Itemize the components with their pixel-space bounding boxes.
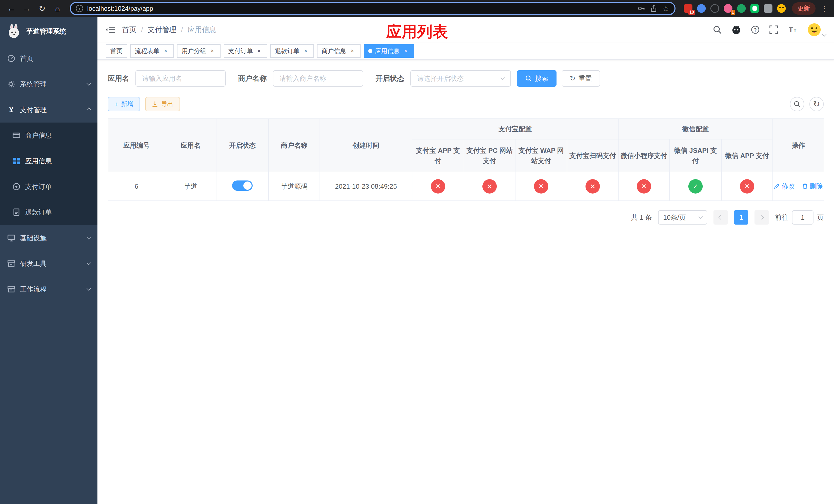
- sidebar-item-refund-order[interactable]: 退款订单: [0, 200, 97, 225]
- app-name-input[interactable]: [135, 70, 226, 87]
- tab-close-icon[interactable]: ×: [302, 48, 309, 54]
- sidebar-item-app-info[interactable]: 应用信息: [0, 148, 97, 174]
- column-header: 微信小程序支付: [618, 139, 670, 172]
- url-text[interactable]: localhost:1024/pay/app: [87, 5, 633, 12]
- tab-pay-order[interactable]: 支付订单×: [224, 44, 267, 58]
- tab-close-icon[interactable]: ×: [402, 48, 409, 54]
- tab-close-icon[interactable]: ×: [209, 48, 216, 54]
- font-size-icon[interactable]: TT: [788, 26, 797, 34]
- channel-status-icon: ✕: [534, 179, 548, 193]
- column-header: 支付宝 PC 网站支付: [464, 139, 515, 172]
- site-info-icon[interactable]: i: [76, 5, 83, 12]
- bookmark-star-icon[interactable]: ☆: [662, 4, 670, 13]
- sidebar-item-home[interactable]: 首页: [0, 46, 97, 71]
- chevron-right-icon: [760, 215, 764, 220]
- sidebar-item-infra[interactable]: 基础设施: [0, 225, 97, 251]
- status-select[interactable]: 请选择开启状态: [410, 70, 511, 87]
- next-page-button[interactable]: [754, 210, 769, 225]
- sidebar-item-pay-order[interactable]: 支付订单: [0, 174, 97, 200]
- page-number-button[interactable]: 1: [734, 210, 748, 225]
- extension-icon[interactable]: [750, 4, 759, 13]
- plus-icon: +: [114, 100, 118, 108]
- user-avatar[interactable]: [807, 23, 826, 37]
- column-header: 支付宝 APP 支付: [412, 139, 464, 172]
- sidebar-item-merchant-info[interactable]: 商户信息: [0, 122, 97, 148]
- delete-link[interactable]: 删除: [802, 182, 823, 191]
- prev-page-button[interactable]: [714, 210, 728, 225]
- home-icon[interactable]: ⌂: [50, 1, 65, 16]
- browser-toolbar: ← → ↻ ⌂ i localhost:1024/pay/app ☆ 10 1 …: [0, 0, 834, 17]
- sidebar-item-workflow[interactable]: 工作流程: [0, 276, 97, 302]
- breadcrumb-payment[interactable]: 支付管理: [148, 25, 176, 35]
- breadcrumb-home[interactable]: 首页: [122, 25, 136, 35]
- page-title: 应用列表: [386, 22, 448, 42]
- alipay-group-header: 支付宝配置: [412, 119, 618, 139]
- page-size-select[interactable]: 10条/页: [658, 210, 707, 225]
- extension-icon[interactable]: 1: [724, 4, 732, 13]
- sidebar-item-label: 商户信息: [25, 131, 90, 140]
- header-search-icon[interactable]: [713, 25, 722, 34]
- add-button[interactable]: + 新增: [108, 97, 140, 111]
- show-search-toggle-button[interactable]: [790, 97, 804, 111]
- fullscreen-icon[interactable]: [769, 25, 778, 34]
- breadcrumb-separator: /: [181, 26, 183, 34]
- reset-button[interactable]: ↻ 重置: [562, 70, 600, 87]
- sidebar-item-dev-tools[interactable]: 研发工具: [0, 251, 97, 276]
- sidebar-item-system[interactable]: 系统管理: [0, 71, 97, 97]
- sidebar-logo[interactable]: 芋道管理系统: [0, 17, 97, 46]
- back-icon[interactable]: ←: [4, 1, 19, 16]
- extension-icon[interactable]: [737, 4, 746, 13]
- channel-status-icon: ✕: [586, 179, 600, 193]
- chrome-update-button[interactable]: 更新: [792, 2, 815, 15]
- sidebar-item-label: 支付管理: [20, 105, 83, 114]
- goto-page-input[interactable]: [792, 210, 813, 225]
- refresh-table-button[interactable]: ↻: [809, 97, 824, 111]
- extension-badge: 10: [688, 10, 695, 15]
- browser-menu-icon[interactable]: ⋮: [819, 4, 830, 13]
- pagination: 共 1 条 10条/页 1 前往 页: [108, 210, 824, 225]
- svg-text:T: T: [789, 26, 793, 34]
- address-bar[interactable]: i localhost:1024/pay/app ☆: [70, 2, 676, 15]
- tab-close-icon[interactable]: ×: [162, 48, 169, 54]
- tab-home[interactable]: 首页: [106, 44, 127, 58]
- svg-text:?: ?: [754, 27, 757, 32]
- channel-status-icon: ✕: [740, 179, 754, 193]
- reload-icon[interactable]: ↻: [35, 1, 49, 16]
- total-count: 共 1 条: [631, 213, 652, 222]
- edit-link[interactable]: 修改: [774, 182, 795, 191]
- grid-icon: [12, 157, 21, 165]
- column-header: 支付宝 WAP 网站支付: [515, 139, 567, 172]
- filter-form: 应用名 商户名称 开启状态 请选择开启状态 搜索 ↻ 重置: [108, 70, 824, 87]
- extension-icon[interactable]: [710, 4, 719, 13]
- tab-refund-order[interactable]: 退款订单×: [270, 44, 314, 58]
- merchant-name-input[interactable]: [273, 70, 363, 87]
- chevron-left-icon: [719, 215, 723, 220]
- help-icon[interactable]: ?: [751, 25, 760, 34]
- emoji-extension-icon[interactable]: [777, 4, 786, 13]
- forward-icon[interactable]: →: [20, 1, 34, 16]
- hamburger-icon[interactable]: [106, 26, 115, 34]
- sidebar-item-payment[interactable]: ¥ 支付管理: [0, 97, 97, 122]
- status-toggle[interactable]: [232, 181, 253, 191]
- search-button[interactable]: 搜索: [517, 70, 556, 87]
- channel-status-icon: ✓: [688, 179, 703, 193]
- extension-icon[interactable]: [697, 4, 706, 13]
- github-icon[interactable]: [731, 25, 741, 35]
- tab-app-info[interactable]: 应用信息×: [364, 44, 414, 58]
- share-icon[interactable]: [650, 5, 657, 12]
- tab-user-group[interactable]: 用户分组×: [177, 44, 221, 58]
- monitor-icon: [7, 234, 15, 242]
- tab-process-form[interactable]: 流程表单×: [130, 44, 174, 58]
- chevron-up-icon: [87, 108, 91, 112]
- extension-icon[interactable]: 10: [684, 4, 693, 13]
- password-key-icon[interactable]: [637, 5, 645, 12]
- sidebar-item-label: 系统管理: [20, 80, 83, 89]
- puzzle-extension-icon[interactable]: [764, 4, 772, 13]
- tab-close-icon[interactable]: ×: [256, 48, 263, 54]
- document-icon: [12, 208, 21, 216]
- export-button[interactable]: 导出: [145, 97, 180, 111]
- breadcrumb-separator: /: [141, 26, 143, 34]
- tab-close-icon[interactable]: ×: [349, 48, 356, 54]
- tab-merchant-info[interactable]: 商户信息×: [317, 44, 360, 58]
- extensions-cluster: 10 1: [684, 4, 786, 13]
